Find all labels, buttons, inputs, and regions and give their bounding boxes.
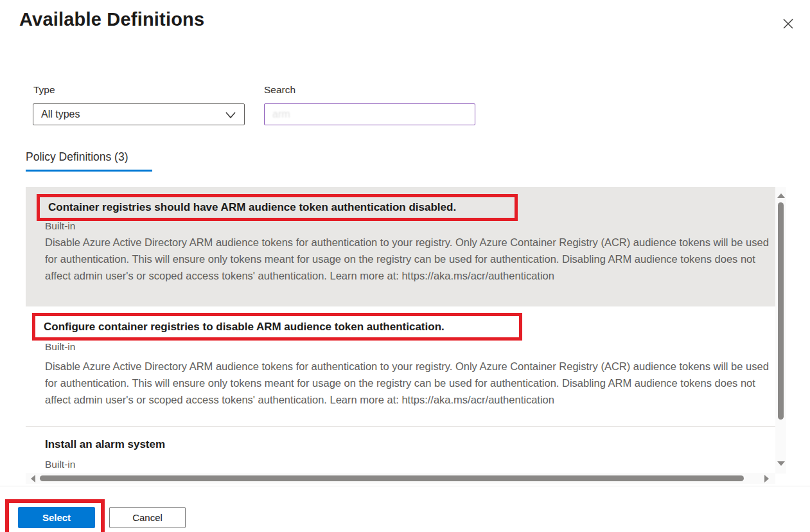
policy-definitions-list: Container registries should have ARM aud… [26,187,775,484]
type-label: Type [33,84,55,96]
vertical-scrollbar-thumb[interactable] [778,202,784,420]
list-item-title: Configure container registries to disabl… [35,321,445,333]
list-item-install-alarm-system[interactable]: Install an alarm system Built-in [26,430,775,473]
search-input-value: arm [272,109,290,120]
list-item-title: Install an alarm system [45,438,165,451]
tab-policy-definitions[interactable]: Policy Definitions (3) [26,150,128,164]
list-item-type: Built-in [45,459,75,470]
cancel-button[interactable]: Cancel [109,507,186,528]
list-item-description: Disable Azure Active Directory ARM audie… [45,358,774,422]
select-button[interactable]: Select [18,507,95,528]
list-item-type: Built-in [45,220,75,232]
tab-policy-definitions-label: Policy Definitions (3) [26,150,128,163]
list-item-configure-container-registries[interactable]: Configure container registries to disabl… [26,313,775,426]
list-item-type: Built-in [45,341,75,353]
scroll-down-icon[interactable] [777,461,785,466]
search-input[interactable]: arm [264,103,475,125]
scroll-left-icon[interactable] [31,475,35,483]
chevron-down-icon [225,110,236,121]
scroll-up-icon[interactable] [777,193,785,198]
tab-active-underline [26,170,152,172]
footer-divider [0,486,810,486]
horizontal-scrollbar[interactable] [26,473,775,484]
type-dropdown-value: All types [41,109,80,120]
list-item-description: Disable Azure Active Directory ARM audie… [45,234,774,299]
type-dropdown[interactable]: All types [33,103,245,125]
page-title: Available Definitions [19,9,204,30]
list-item-title: Container registries should have ARM aud… [40,201,456,214]
available-definitions-dialog: Available Definitions Type All types Sea… [0,0,810,532]
vertical-scrollbar[interactable] [775,187,786,474]
list-item-container-registries-disabled[interactable]: Container registries should have ARM aud… [26,187,775,306]
scroll-right-icon[interactable] [764,475,769,483]
close-icon[interactable] [777,13,799,35]
annotation-box: Container registries should have ARM aud… [37,194,518,221]
list-item-divider [26,426,775,427]
horizontal-scrollbar-thumb[interactable] [40,475,744,481]
search-label: Search [264,84,295,96]
annotation-box: Configure container registries to disabl… [32,313,522,341]
